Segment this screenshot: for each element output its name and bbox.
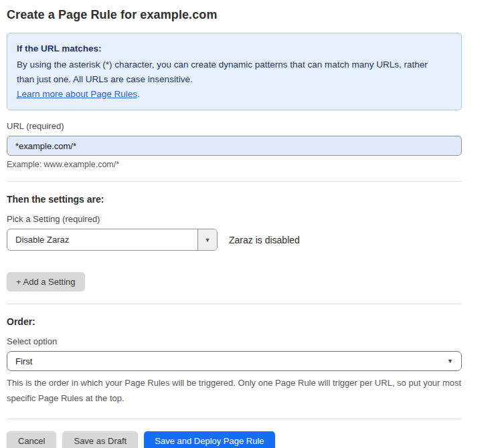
settings-section-heading: Then the settings are: (7, 194, 462, 205)
add-setting-button[interactable]: + Add a Setting (7, 272, 85, 292)
cancel-button[interactable]: Cancel (7, 431, 56, 448)
order-select[interactable]: First ▼ (7, 351, 462, 371)
setting-select-value: Disable Zaraz (7, 229, 197, 250)
url-field-label: URL (required) (7, 121, 462, 131)
url-example-helper: Example: www.example.com/* (7, 160, 462, 169)
create-page-rule-form: Create a Page Rule for example.com If th… (0, 0, 469, 448)
url-match-info-box: If the URL matches: By using the asteris… (7, 33, 462, 110)
info-box-link-line: Learn more about Page Rules. (17, 87, 452, 102)
setting-select[interactable]: Disable Zaraz ▼ (7, 229, 218, 251)
order-select-value: First (15, 356, 32, 366)
order-select-label: Select option (7, 336, 462, 346)
page-title: Create a Page Rule for example.com (7, 8, 462, 22)
save-as-draft-button[interactable]: Save as Draft (62, 431, 138, 448)
order-section-heading: Order: (7, 316, 462, 327)
pick-setting-label: Pick a Setting (required) (7, 214, 462, 224)
url-input[interactable] (7, 136, 462, 156)
order-helper-text: This is the order in which your Page Rul… (7, 376, 462, 407)
footer-actions: Cancel Save as Draft Save and Deploy Pag… (7, 431, 462, 448)
chevron-down-icon: ▼ (447, 358, 453, 364)
info-box-body: By using the asterisk (*) character, you… (17, 58, 445, 87)
divider (7, 304, 462, 304)
learn-more-link[interactable]: Learn more about Page Rules (17, 89, 137, 99)
setting-status-text: Zaraz is disabled (229, 235, 300, 245)
setting-row: Disable Zaraz ▼ Zaraz is disabled (7, 229, 462, 251)
chevron-down-icon[interactable]: ▼ (197, 229, 217, 250)
link-suffix: . (137, 89, 140, 99)
divider (7, 419, 462, 419)
info-box-heading: If the URL matches: (17, 41, 452, 56)
save-and-deploy-button[interactable]: Save and Deploy Page Rule (144, 431, 274, 448)
divider (7, 181, 462, 182)
